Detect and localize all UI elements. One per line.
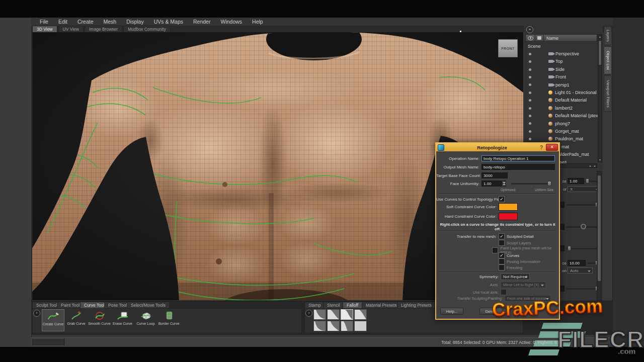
- menu-uvs-maps[interactable]: UVs & Maps: [149, 19, 188, 25]
- prop-slider-1[interactable]: [567, 204, 599, 206]
- face-uniformity-spinner[interactable]: [502, 180, 506, 187]
- face-uniformity-input[interactable]: 1.00: [481, 180, 502, 187]
- tray-collapse-button[interactable]: ›: [33, 310, 40, 317]
- name-column-header[interactable]: Name: [544, 36, 558, 41]
- tab-lighting-presets[interactable]: Lighting Presets: [397, 302, 436, 308]
- falloff-preset-7[interactable]: [341, 321, 353, 331]
- tab-layers[interactable]: Layers: [604, 26, 612, 45]
- use-curves-checkbox[interactable]: ✓: [499, 196, 505, 202]
- scroll-up-icon[interactable]: ▴: [598, 35, 602, 39]
- menu-help[interactable]: Help: [248, 19, 268, 25]
- menu-file[interactable]: File: [35, 19, 53, 25]
- list-item-default-material-ptex[interactable]: Default Material (ptex): [525, 112, 597, 120]
- list-item-default-material[interactable]: Default Material: [525, 97, 597, 104]
- list-item-front[interactable]: Front: [525, 73, 597, 81]
- falloff-preset-4[interactable]: [354, 309, 367, 320]
- visibility-dot[interactable]: [529, 115, 531, 117]
- falloff-preset-3-selected[interactable]: [341, 309, 353, 320]
- visibility-column-header[interactable]: [526, 35, 535, 41]
- list-item-top[interactable]: Top: [525, 58, 597, 65]
- falloff-preset-8[interactable]: [354, 321, 367, 331]
- list-item-light01[interactable]: Light 01 - Directional: [525, 88, 597, 96]
- visibility-dot[interactable]: [529, 68, 531, 71]
- tab-viewport-filters[interactable]: Viewport Filters: [604, 75, 612, 112]
- scroll-left-icon[interactable]: ◂: [589, 164, 591, 168]
- view-cube[interactable]: FRONT: [498, 39, 518, 57]
- target-face-count-input[interactable]: 3000: [481, 172, 508, 178]
- list-item-persp1[interactable]: persp1: [525, 81, 597, 88]
- scroll-thumb[interactable]: [599, 41, 601, 65]
- tool-create-curve[interactable]: Create Curve: [42, 309, 64, 331]
- tab-material-presets[interactable]: Material Presets: [362, 302, 400, 308]
- tab-stamp[interactable]: Stamp: [304, 302, 325, 308]
- posing-information-checkbox[interactable]: [499, 258, 505, 264]
- list-item-gorget-mat[interactable]: Gorget_mat: [525, 127, 597, 135]
- tray-collapse-button[interactable]: ›: [305, 310, 312, 317]
- visibility-dot[interactable]: [529, 53, 531, 55]
- visibility-dot[interactable]: [529, 92, 531, 94]
- menu-create[interactable]: Create: [73, 19, 98, 25]
- dialog-title-bar[interactable]: Retopologize ? ✕: [436, 143, 559, 151]
- menu-mesh[interactable]: Mesh: [99, 19, 121, 25]
- face-uniformity-slider[interactable]: [511, 183, 551, 185]
- tree-vertical-scrollbar[interactable]: ▴ ▾: [598, 34, 602, 162]
- help-button[interactable]: Help...: [440, 308, 463, 315]
- visibility-dot[interactable]: [529, 60, 531, 63]
- distance-input[interactable]: 10.00: [568, 260, 586, 266]
- list-item-phong7[interactable]: phong7: [525, 120, 597, 127]
- tool-erase-curve[interactable]: Erase Curve: [111, 309, 134, 331]
- visibility-dot[interactable]: [529, 122, 531, 125]
- scroll-down-icon[interactable]: ▾: [598, 158, 602, 162]
- tab-image-browser[interactable]: Image Browser: [85, 26, 122, 32]
- sculpt-layers-checkbox[interactable]: [499, 240, 505, 246]
- visibility-dot[interactable]: [529, 99, 531, 102]
- tab-select-move-tools[interactable]: Select/Move Tools: [127, 302, 170, 308]
- visibility-dot[interactable]: [529, 130, 531, 133]
- list-item-lambert2[interactable]: lambert2: [525, 104, 597, 112]
- list-item-side[interactable]: Side: [525, 65, 597, 73]
- prop-slider-3[interactable]: [567, 248, 599, 249]
- visibility-dot[interactable]: [529, 107, 531, 110]
- symmetry-dropdown[interactable]: Not Required: [501, 274, 530, 280]
- list-item-pauldron-mat[interactable]: Pauldron_mat: [525, 135, 597, 143]
- mirror-dropdown[interactable]: X: [568, 186, 601, 192]
- tool-border-curve[interactable]: Border Curve: [157, 309, 180, 331]
- menu-windows[interactable]: Windows: [216, 19, 247, 25]
- output-mesh-name-input[interactable]: body-retopo: [481, 164, 555, 170]
- axis-dropdown[interactable]: Mirror Left to Right (X): [501, 282, 546, 288]
- tab-object-list[interactable]: Object List: [604, 46, 612, 74]
- falloff-preset-6[interactable]: [327, 321, 340, 331]
- tab-stencil[interactable]: Stencil: [323, 302, 344, 308]
- sculpted-detail-checkbox[interactable]: ✓: [499, 233, 505, 239]
- list-item-perspective[interactable]: Perspective: [525, 50, 597, 57]
- freezing-checkbox[interactable]: [499, 264, 505, 270]
- operation-name-input[interactable]: body Retopo Operation 1: [481, 155, 555, 161]
- tool-grab-curve[interactable]: Grab Curve: [65, 309, 88, 331]
- falloff-preset-2[interactable]: [327, 309, 340, 320]
- visibility-dot[interactable]: [529, 83, 531, 86]
- curves-checkbox[interactable]: ✓: [499, 252, 505, 258]
- falloff-preset-1[interactable]: [313, 309, 326, 320]
- visibility-dot[interactable]: [529, 138, 531, 140]
- dialog-close-button[interactable]: ✕: [546, 144, 558, 151]
- dialog-help-icon[interactable]: ?: [540, 145, 543, 150]
- list-item-scene[interactable]: Scene: [525, 42, 597, 50]
- lock-column-header[interactable]: [535, 35, 544, 41]
- tab-uv-view[interactable]: UV View: [58, 26, 84, 32]
- visibility-dot[interactable]: [529, 76, 531, 78]
- size-input[interactable]: 1.00: [568, 178, 584, 184]
- use-local-axis-checkbox[interactable]: [501, 289, 507, 295]
- tab-mudbox-community[interactable]: Mudbox Community: [123, 26, 171, 32]
- prop-slider-4[interactable]: [567, 288, 599, 290]
- soft-color-swatch[interactable]: [499, 203, 518, 211]
- falloff-preset-5[interactable]: [313, 321, 326, 331]
- menu-render[interactable]: Render: [189, 19, 215, 25]
- menu-edit[interactable]: Edit: [54, 19, 72, 25]
- tool-smooth-curve[interactable]: Smooth Curve: [88, 309, 111, 331]
- panel-collapse-button[interactable]: »: [526, 26, 533, 33]
- tool-curve-loop[interactable]: Curve Loop: [134, 309, 157, 331]
- tab-falloff[interactable]: Falloff: [343, 302, 362, 308]
- tab-3d-view[interactable]: 3D View: [32, 26, 57, 32]
- menu-display[interactable]: Display: [122, 19, 148, 25]
- auto-dropdown[interactable]: Auto: [568, 267, 593, 274]
